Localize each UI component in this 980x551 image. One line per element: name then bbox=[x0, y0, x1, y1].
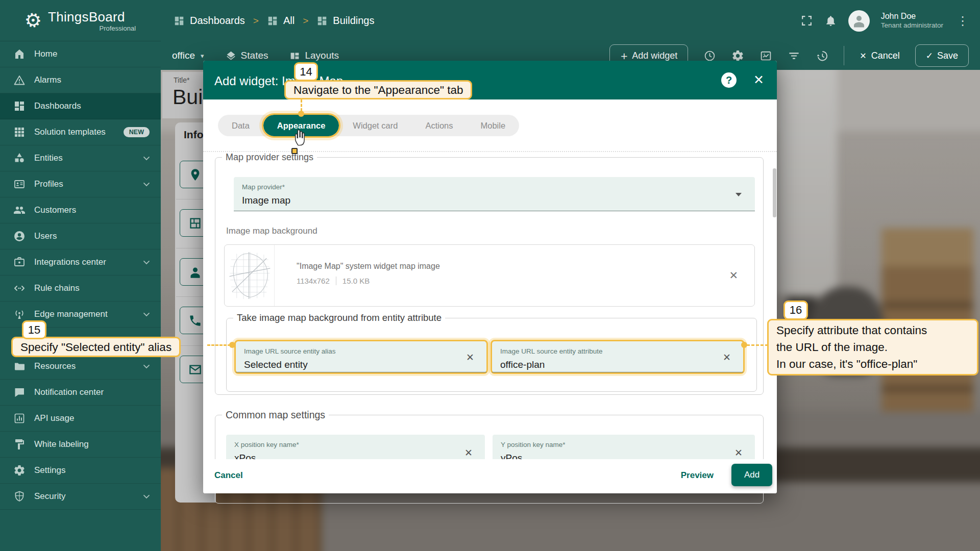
check-icon: ✓ bbox=[926, 51, 933, 61]
section-legend: Map provider settings bbox=[222, 152, 317, 163]
divider bbox=[844, 46, 844, 65]
more-menu-button[interactable]: ⋮ bbox=[954, 14, 971, 28]
fullscreen-button[interactable] bbox=[800, 14, 813, 27]
field-label: X position key name* bbox=[234, 441, 299, 448]
sidebar-item-icon bbox=[13, 490, 26, 503]
chevron-down-icon bbox=[141, 361, 152, 371]
item-alarms[interactable]: Alarms bbox=[0, 67, 161, 93]
callout-16-text: Specify attribute that contains the URL … bbox=[767, 319, 978, 375]
item-customers[interactable]: Customers bbox=[0, 197, 161, 223]
timewindow-button[interactable] bbox=[703, 49, 716, 62]
close-icon: ✕ bbox=[860, 51, 866, 61]
item-entities[interactable]: Entities bbox=[0, 145, 161, 171]
dialog-tabs: DataAppearanceWidget cardActionsMobile bbox=[218, 115, 519, 136]
image-background-card: "Image Map" system widget map image 1134… bbox=[224, 244, 755, 307]
bell-icon bbox=[824, 14, 837, 27]
callout-16-connector bbox=[747, 344, 768, 346]
entity-aliases-button[interactable] bbox=[760, 49, 772, 62]
breadcrumb-separator: > bbox=[303, 15, 308, 27]
item-buildings[interactable]: > Buildings bbox=[295, 15, 374, 27]
dashboards-icon bbox=[316, 15, 328, 27]
plus-icon: + bbox=[620, 51, 628, 61]
sidebar: ⚙ ThingsBoard Professional Home Alarms bbox=[0, 0, 161, 551]
notifications-button[interactable] bbox=[824, 14, 837, 27]
dashboard-settings-button[interactable] bbox=[731, 49, 744, 62]
map-thumbnail-icon bbox=[228, 247, 272, 304]
sidebar-item-icon bbox=[13, 100, 26, 112]
sidebar-item-icon bbox=[13, 412, 26, 424]
chevron-down-icon bbox=[141, 153, 152, 163]
save-dashboard-button[interactable]: ✓ Save bbox=[915, 44, 969, 67]
preview-button[interactable]: Preview bbox=[681, 470, 714, 481]
field-value: Image map bbox=[242, 195, 290, 206]
click-indicator bbox=[291, 148, 298, 154]
image-name: "Image Map" system widget map image bbox=[297, 262, 440, 271]
chevron-down-icon bbox=[141, 257, 152, 267]
callout-15-connector bbox=[207, 344, 231, 346]
clear-field-button[interactable]: ✕ bbox=[734, 447, 743, 458]
dialog-scrollbar[interactable] bbox=[773, 168, 776, 217]
chevron-down-icon bbox=[141, 491, 152, 502]
field-label: Y position key name* bbox=[501, 441, 566, 448]
item-rule-chains[interactable]: Rule chains bbox=[0, 276, 161, 302]
item-widget-card[interactable]: Widget card bbox=[339, 115, 411, 136]
version-history-button[interactable] bbox=[816, 49, 828, 62]
callout-14-connector bbox=[301, 99, 302, 111]
callout-16-badge: 16 bbox=[783, 300, 808, 320]
dialog-footer: Cancel Preview Add bbox=[203, 459, 777, 493]
screen: Title* Bui Inform office ▾ States bbox=[0, 0, 980, 551]
hand-cursor-icon bbox=[293, 129, 307, 147]
dashboards-icon bbox=[174, 15, 185, 27]
layouts-button[interactable]: Layouts bbox=[289, 50, 339, 61]
sidebar-item-icon bbox=[13, 152, 26, 164]
clear-field-button[interactable]: ✕ bbox=[464, 447, 473, 458]
filters-button[interactable] bbox=[788, 49, 800, 62]
chevron-down-icon bbox=[141, 309, 152, 319]
image-url-source-entity-attribute-field[interactable]: Image URL source entity attribute office… bbox=[491, 340, 745, 374]
item-security[interactable]: Security bbox=[0, 484, 161, 510]
item-users[interactable]: Users bbox=[0, 223, 161, 249]
item-integrations-center[interactable]: Integrations center bbox=[0, 249, 161, 276]
field-label: Map provider* bbox=[242, 183, 285, 191]
close-dialog-button[interactable]: ✕ bbox=[753, 72, 764, 87]
field-value: office-plan bbox=[500, 359, 545, 370]
item-dashboards[interactable]: Dashboards bbox=[0, 93, 161, 119]
clear-image-button[interactable]: ✕ bbox=[729, 269, 738, 282]
map-provider-select[interactable]: Map provider* Image map bbox=[234, 177, 755, 211]
item-settings[interactable]: Settings bbox=[0, 458, 161, 484]
item-all[interactable]: > All bbox=[245, 15, 295, 27]
dashboard-state-select[interactable]: office ▾ bbox=[172, 50, 204, 61]
history-icon bbox=[816, 49, 828, 62]
item-home[interactable]: Home bbox=[0, 41, 161, 67]
avatar[interactable] bbox=[848, 10, 870, 32]
item-api-usage[interactable]: API usage bbox=[0, 406, 161, 432]
clear-field-button[interactable]: ✕ bbox=[466, 352, 474, 363]
sidebar-item-icon bbox=[13, 386, 26, 398]
cancel-edit-button[interactable]: ✕ Cancel bbox=[860, 51, 899, 61]
sidebar-item-icon bbox=[13, 74, 26, 86]
item-notification-center[interactable]: Notification center bbox=[0, 380, 161, 406]
item-data[interactable]: Data bbox=[218, 115, 263, 136]
states-button[interactable]: States bbox=[226, 50, 268, 61]
item-mobile[interactable]: Mobile bbox=[467, 115, 519, 136]
item-profiles[interactable]: Profiles bbox=[0, 171, 161, 197]
item-white-labeling[interactable]: White labeling bbox=[0, 432, 161, 458]
help-button[interactable]: ? bbox=[721, 72, 737, 88]
image-size: 15.0 KB bbox=[342, 277, 370, 285]
filter-icon bbox=[788, 49, 800, 62]
item-dashboards[interactable]: > Dashboards bbox=[174, 15, 245, 27]
image-url-source-entity-alias-field[interactable]: Image URL source entity alias Selected e… bbox=[234, 340, 488, 374]
cancel-button[interactable]: Cancel bbox=[214, 470, 243, 481]
clear-field-button[interactable]: ✕ bbox=[723, 352, 731, 363]
map-provider-settings-section: Map provider settings Map provider* Imag… bbox=[215, 152, 764, 395]
item-solution-templates[interactable]: Solution templates NEW bbox=[0, 119, 161, 145]
item-actions[interactable]: Actions bbox=[411, 115, 467, 136]
logo-subtitle: Professional bbox=[48, 24, 136, 32]
logo[interactable]: ⚙ ThingsBoard Professional bbox=[0, 0, 161, 41]
user-name: John Doe bbox=[881, 11, 943, 21]
field-label: Image URL source entity alias bbox=[244, 347, 336, 355]
callout-14-dot bbox=[298, 111, 304, 117]
add-button[interactable]: Add bbox=[731, 464, 772, 486]
fullscreen-icon bbox=[800, 14, 813, 27]
item-resources[interactable]: Resources bbox=[0, 354, 161, 380]
